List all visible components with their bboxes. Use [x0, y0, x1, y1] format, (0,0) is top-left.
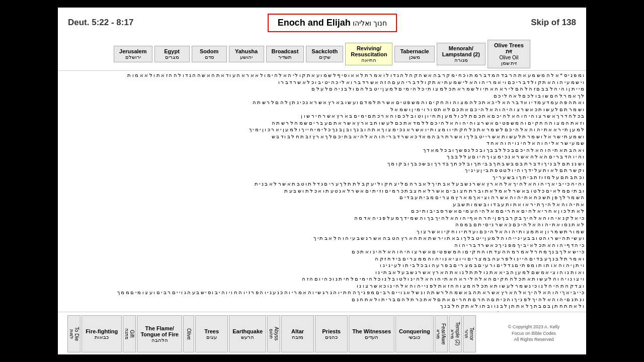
btn-broadcast[interactable]: Broadcast תשדיר	[266, 46, 304, 62]
btn-olive[interactable]: Olive	[183, 315, 194, 352]
btn-temple[interactable]: Temple (2)מירא	[449, 315, 462, 352]
skip-label: Skip of 138	[531, 18, 576, 28]
header: Deut. 5:22 - 8:17 Enoch and Elijah חנוך …	[58, 8, 586, 38]
btn-sodom[interactable]: Sodom סדם	[192, 46, 227, 62]
btn-sackcloth[interactable]: Sackcloth שקים	[306, 46, 343, 62]
btn-to-die[interactable]: To Dieלמות	[67, 315, 80, 352]
title-box: Enoch and Elijah חנוך ואליהו	[268, 14, 397, 32]
top-buttons-row: Jerusalem ירושלם Egypt מצרים Sodom סדם Y…	[58, 38, 586, 70]
btn-fire-fighting[interactable]: Fire-fighting כבאות	[82, 315, 122, 352]
btn-altar[interactable]: Altar מזבח	[281, 315, 314, 352]
btn-jerusalem[interactable]: Jerusalem ירושלם	[114, 46, 152, 62]
hebrew-text-area: ו מ פ נ י ס * א ל ה מ ש מ ע א ת ה ר ב ד …	[58, 70, 586, 312]
btn-gift[interactable]: Giftמתנה	[123, 315, 136, 352]
btn-flame[interactable]: The Flame/Tongue of Fire הלהבה	[137, 315, 182, 352]
btn-reviving[interactable]: Reviving/Resuscitation החיאה	[345, 43, 392, 65]
deut-ref: Deut. 5:22 - 8:17	[68, 18, 133, 28]
btn-conquering[interactable]: Conquering כובשי	[395, 315, 434, 352]
btn-trees[interactable]: Trees עצים	[195, 315, 228, 352]
btn-egypt[interactable]: Egypt מצרים	[154, 46, 190, 62]
btn-abyss[interactable]: Abyssתהום	[267, 315, 280, 352]
main-container: Deut. 5:22 - 8:17 Enoch and Elijah חנוך …	[58, 8, 586, 354]
bottom-buttons-row: To Dieלמות Fire-fighting כבאות Giftמתנה …	[60, 313, 484, 353]
btn-menorah[interactable]: Menorah/Lampstand (2) מנורה	[437, 43, 486, 65]
btn-tabernacle[interactable]: Tabernacle משכן	[394, 46, 434, 62]
btn-earthquake[interactable]: Earthquake הרעש	[229, 315, 266, 352]
title-en: Enoch and Elijah	[278, 18, 351, 28]
btn-priests[interactable]: Priests כהנים	[315, 315, 348, 352]
copyright: © Copyright 2023 A. Kelly Focus on Bible…	[508, 323, 560, 344]
btn-yahusha[interactable]: Yahusha יהושע	[229, 46, 264, 62]
title-he: חנוך ואליהו	[353, 19, 387, 27]
btn-witnesses[interactable]: The Witnesses העדים	[349, 315, 394, 352]
btn-olive-trees[interactable]: Olive Treesזית Olive Oilזית שמן	[488, 40, 530, 68]
btn-terror[interactable]: Terrorתרור	[463, 315, 476, 352]
btn-fear-awe[interactable]: Fear/Aweמורא	[435, 315, 448, 352]
